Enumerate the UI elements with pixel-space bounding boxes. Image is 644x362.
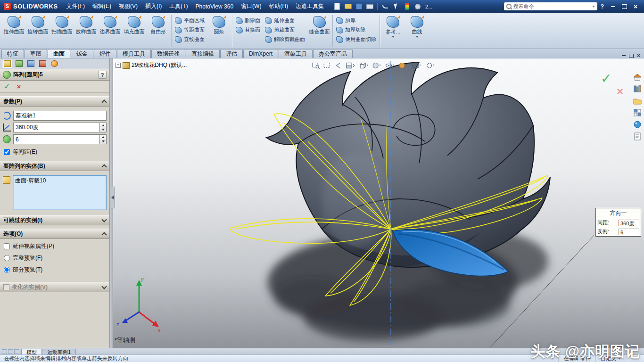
ribbon-button[interactable]: 边界曲面 [98,14,122,48]
tab-scroll-first-icon[interactable] [2,349,7,354]
display-style-icon[interactable] [373,63,381,68]
tab-dimxpert-manager[interactable] [37,59,48,68]
ribbon-button[interactable]: 扫描曲面 [50,14,74,48]
menu-item[interactable]: 插入(I) [141,0,165,13]
panel-collapse-arrow[interactable] [110,187,115,208]
hide-show-items-icon[interactable] [386,64,394,67]
section-header-bodies[interactable]: 要阵列的实体(B) [0,161,109,171]
command-tab[interactable]: 特征 [1,49,24,58]
tab-configuration-manager[interactable] [25,59,36,68]
custom-properties-icon[interactable] [635,133,640,140]
tab-scroll-left-icon[interactable] [8,349,13,354]
tab-display-manager[interactable] [49,59,59,68]
pm-help-button[interactable]: ? [98,71,107,79]
selected-body-item[interactable]: 曲面-剪裁10 [15,177,104,185]
pm-ok-button[interactable]: ✓ [4,82,10,91]
propagate-visual-checkbox[interactable] [4,243,10,249]
tab-scroll-right-icon[interactable] [14,349,19,354]
close-button[interactable]: × [630,2,641,11]
undo-icon[interactable] [380,2,390,11]
menu-item[interactable]: 视图(V) [115,0,141,13]
pm-cancel-button[interactable]: × [17,82,21,90]
varied-instances-checkbox[interactable] [3,284,9,290]
fillet-button[interactable]: 圆角 [207,14,231,48]
menu-item[interactable]: 文件(F) [63,0,89,13]
zoom-fit-icon[interactable] [313,63,320,69]
ribbon-button-small[interactable]: 加厚 [336,17,376,24]
doc-minimize-icon[interactable] [622,55,626,56]
command-tab[interactable]: 焊件 [94,49,116,58]
maximize-button[interactable] [619,2,630,11]
apply-scene-icon[interactable] [413,63,421,68]
reference-geometry-button[interactable]: 参考... [381,14,405,48]
confirm-ok-icon[interactable]: ✓ [601,73,623,85]
full-preview-radio[interactable] [4,255,10,261]
menu-item[interactable]: 工具(T) [165,0,191,13]
section-header-parameters[interactable]: 参数(P) [0,96,109,107]
angle-input[interactable]: 360.00度 [13,123,99,132]
menu-item[interactable]: 编辑(E) [89,0,115,13]
select-cursor-icon[interactable] [391,2,401,11]
doc-restore-icon[interactable] [629,54,634,58]
ribbon-button[interactable]: 旋转曲面 [26,14,50,48]
menu-item[interactable]: PhotoView 360 [192,0,238,13]
section-header-options[interactable]: 选项(O) [0,229,109,239]
ribbon-button[interactable]: 自由形 [146,14,170,48]
save-icon[interactable] [354,2,363,11]
tab-feature-manager[interactable] [2,59,12,68]
doc-close-icon[interactable]: × [637,53,640,58]
menu-item[interactable]: 窗口(W) [237,0,265,13]
ribbon-button-small[interactable]: 直纹曲面 [175,36,205,43]
zoom-indicator[interactable]: 2... [424,4,434,9]
ribbon-button-small[interactable]: 删除面 [236,17,260,24]
command-tab[interactable]: 钣金 [71,49,93,58]
command-tab[interactable]: 办公室产品 [313,49,353,58]
ribbon-button-small[interactable]: 替换面 [236,26,260,33]
graphics-area[interactable]: y x z + 29玫瑰花DHQ (默认... [110,58,644,348]
ribbon-button[interactable]: 拉伸曲面 [2,14,26,48]
section-header-varied-instances[interactable]: 变化的实例(V) [0,282,109,292]
confirm-cancel-icon[interactable]: × [617,87,623,96]
command-tab[interactable]: 评估 [220,49,243,58]
pattern-axis-input[interactable]: 基准轴1 [13,111,107,121]
help-icon[interactable]: ? [601,3,604,10]
zoom-area-icon[interactable] [324,63,330,68]
previous-view-icon[interactable] [336,63,339,68]
equal-spacing-checkbox[interactable] [4,149,10,155]
search-dropdown-icon[interactable] [592,6,595,8]
ribbon-button[interactable]: 填充曲面 [122,14,146,48]
spacing-value-input[interactable]: 360度 [619,220,639,226]
appearances-scenes-icon[interactable] [634,121,641,128]
command-tab[interactable]: 数据迁移 [151,49,185,58]
view-palette-icon[interactable] [634,109,641,116]
command-tab[interactable]: 模具工具 [117,49,151,58]
ribbon-button[interactable]: 放样曲面 [74,14,98,48]
command-tab[interactable]: 直接编辑 [186,49,220,58]
design-library-icon[interactable] [634,85,641,92]
command-tab[interactable]: 曲面 [48,49,70,58]
edit-appearance-icon[interactable] [399,63,407,68]
options-gear-icon[interactable] [413,2,422,11]
rebuild-icon[interactable] [402,2,412,11]
command-tab[interactable]: 渲染工具 [279,49,313,58]
view-orientation-icon[interactable] [360,63,368,68]
instance-count-input[interactable]: 6 [13,134,99,144]
ribbon-button-small[interactable]: 加厚切除 [336,26,376,33]
section-header-skip-instances[interactable]: 可跳过的实例(I) [0,215,109,225]
minimize-button[interactable] [607,2,619,11]
section-view-icon[interactable] [347,63,355,68]
count-spinner[interactable] [99,134,107,144]
instances-value-input[interactable]: 6 [619,229,639,235]
resources-home-icon[interactable] [634,74,641,81]
command-tab[interactable]: 草图 [25,49,47,58]
ribbon-button-small[interactable]: 等距曲面 [175,26,205,33]
ribbon-button-small[interactable]: 平面区域 [175,17,205,24]
command-search-input[interactable]: 搜索命令 [504,2,597,10]
curves-button[interactable]: 曲线 [405,14,429,48]
ribbon-button-small[interactable]: 延伸曲面 [265,17,305,24]
partial-preview-radio[interactable] [4,267,10,273]
command-tab[interactable]: DimXpert [243,49,278,58]
view-settings-icon[interactable] [427,63,434,68]
bodies-selection-list[interactable]: 曲面-剪裁10 [13,175,107,210]
open-document-icon[interactable] [343,2,353,11]
